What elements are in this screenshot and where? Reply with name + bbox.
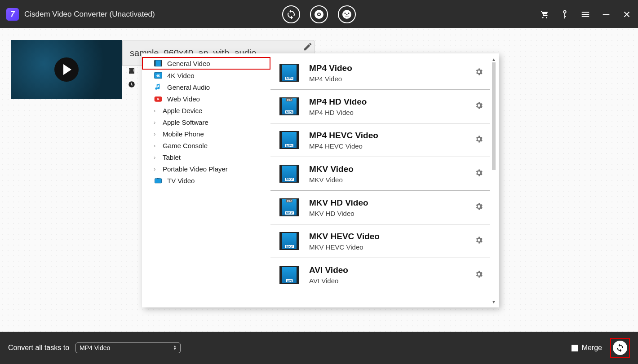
video-icon <box>154 59 163 67</box>
mode-tabs <box>282 5 356 23</box>
svg-rect-6 <box>161 60 162 66</box>
format-text: MKV VideoMKV Video <box>309 164 465 184</box>
chevron-right-icon: › <box>154 131 160 137</box>
format-row[interactable]: HDMKVMKV HD VideoMKV HD Video <box>270 191 490 224</box>
cart-icon[interactable] <box>539 9 549 19</box>
format-file-icon: MKV <box>279 232 299 250</box>
format-title: MP4 HD Video <box>309 97 465 107</box>
youtube-icon <box>154 95 163 103</box>
select-arrows-icon: ▲▼ <box>173 345 177 351</box>
clock-icon <box>128 80 136 88</box>
format-title: MP4 Video <box>309 63 465 73</box>
title-bar: 7 Cisdem Video Converter (Unactivated) <box>0 0 638 28</box>
format-list: MP4MP4 VideoMP4 VideoHDMP4MP4 HD VideoMP… <box>270 56 490 305</box>
format-settings-button[interactable] <box>474 202 483 213</box>
video-thumbnail[interactable] <box>11 40 122 99</box>
format-scrollbar[interactable]: ▲ ▼ <box>491 56 497 305</box>
format-row[interactable]: MP4MP4 HEVC VideoMP4 HEVC Video <box>270 123 490 157</box>
category-item[interactable]: ›Game Console <box>142 140 270 151</box>
play-icon[interactable] <box>54 57 79 82</box>
svg-text:4K: 4K <box>156 74 160 77</box>
convert-icon <box>613 341 627 355</box>
category-item[interactable]: ›Apple Device <box>142 105 270 116</box>
category-label: Web Video <box>167 95 200 103</box>
4k-icon: 4K <box>154 71 163 79</box>
category-item[interactable]: General Audio <box>142 81 270 93</box>
category-label: Apple Device <box>163 107 202 114</box>
convert-button[interactable] <box>610 338 630 358</box>
category-label: Mobile Phone <box>163 130 204 138</box>
scroll-down-icon[interactable]: ▼ <box>491 298 497 305</box>
category-label: TV Video <box>167 177 195 184</box>
output-format-select[interactable]: MP4 Video ▲▼ <box>75 342 181 353</box>
category-item[interactable]: ›Apple Software <box>142 116 270 128</box>
format-dropdown: General Video4K4K VideoGeneral AudioWeb … <box>142 53 499 307</box>
format-settings-button[interactable] <box>474 236 483 246</box>
format-settings-button[interactable] <box>474 135 483 145</box>
format-subtitle: MP4 Video <box>309 75 465 83</box>
format-subtitle: MP4 HEVC Video <box>309 142 465 150</box>
svg-point-0 <box>542 17 544 18</box>
format-text: MP4 HD VideoMP4 HD Video <box>309 97 465 116</box>
tab-rip-icon[interactable] <box>310 5 328 23</box>
key-icon[interactable] <box>560 9 570 19</box>
tab-download-icon[interactable] <box>338 5 356 23</box>
minimize-button[interactable] <box>601 9 611 19</box>
format-file-icon: HDMKV <box>279 198 299 216</box>
format-title: MKV HEVC Video <box>309 232 465 241</box>
tab-convert-icon[interactable] <box>282 5 300 23</box>
main-content: sample_960x40_an_with_audio General Vide… <box>0 28 638 332</box>
tv-icon <box>154 176 163 184</box>
chevron-right-icon: › <box>154 154 160 161</box>
merge-label: Merge <box>582 344 602 352</box>
category-item[interactable]: 4K4K Video <box>142 70 270 81</box>
category-item[interactable]: ›Mobile Phone <box>142 128 270 140</box>
format-file-icon: MP4 <box>279 64 299 82</box>
format-file-icon: MKV <box>279 165 299 183</box>
chevron-right-icon: › <box>154 119 160 126</box>
merge-toggle[interactable]: Merge <box>572 344 602 352</box>
format-text: MKV HD VideoMKV HD Video <box>309 198 465 217</box>
format-subtitle: MKV HD Video <box>309 210 465 217</box>
format-title: AVI Video <box>309 265 465 275</box>
clip-icons <box>128 67 136 88</box>
format-text: MP4 VideoMP4 Video <box>309 63 465 83</box>
svg-point-1 <box>546 17 547 18</box>
format-panel: MP4MP4 VideoMP4 VideoHDMP4MP4 HD VideoMP… <box>270 53 499 307</box>
chevron-right-icon: › <box>154 142 160 149</box>
format-settings-button[interactable] <box>474 67 483 78</box>
format-settings-button[interactable] <box>474 270 483 281</box>
format-row[interactable]: MKVMKV VideoMKV Video <box>270 157 490 191</box>
format-subtitle: MP4 HD Video <box>309 109 465 116</box>
scroll-thumb[interactable] <box>492 62 496 170</box>
format-title: MKV HD Video <box>309 198 465 208</box>
format-file-icon: AVI <box>279 266 299 284</box>
format-text: AVI VideoAVI Video <box>309 265 465 285</box>
format-row[interactable]: MP4MP4 VideoMP4 Video <box>270 56 490 90</box>
format-row[interactable]: AVIAVI VideoAVI Video <box>270 258 490 292</box>
convert-all-label: Convert all tasks to <box>8 344 69 352</box>
app-title: Cisdem Video Converter (Unactivated) <box>24 10 155 19</box>
format-title: MP4 HEVC Video <box>309 131 465 140</box>
category-item[interactable]: Web Video <box>142 93 270 105</box>
category-item[interactable]: ›Tablet <box>142 151 270 163</box>
close-button[interactable] <box>622 9 632 19</box>
svg-rect-2 <box>603 14 610 15</box>
category-item[interactable]: ›Portable Video Player <box>142 163 270 175</box>
output-format-value: MP4 Video <box>80 344 110 351</box>
chevron-right-icon: › <box>154 107 160 114</box>
format-settings-button[interactable] <box>474 168 483 179</box>
window-controls <box>539 9 632 19</box>
category-label: Game Console <box>163 142 208 149</box>
merge-checkbox[interactable] <box>572 345 578 351</box>
scroll-up-icon[interactable]: ▲ <box>491 56 497 62</box>
format-row[interactable]: MKVMKV HEVC VideoMKV HEVC Video <box>270 224 490 258</box>
format-row[interactable]: HDMP4MP4 HD VideoMP4 HD Video <box>270 90 490 123</box>
format-text: MKV HEVC VideoMKV HEVC Video <box>309 232 465 251</box>
category-item[interactable]: General Video <box>142 57 270 70</box>
category-list: General Video4K4K VideoGeneral AudioWeb … <box>142 53 270 307</box>
menu-icon[interactable] <box>580 9 590 19</box>
edit-filename-icon[interactable] <box>301 40 315 53</box>
category-item[interactable]: TV Video <box>142 175 270 186</box>
format-settings-button[interactable] <box>474 101 483 112</box>
